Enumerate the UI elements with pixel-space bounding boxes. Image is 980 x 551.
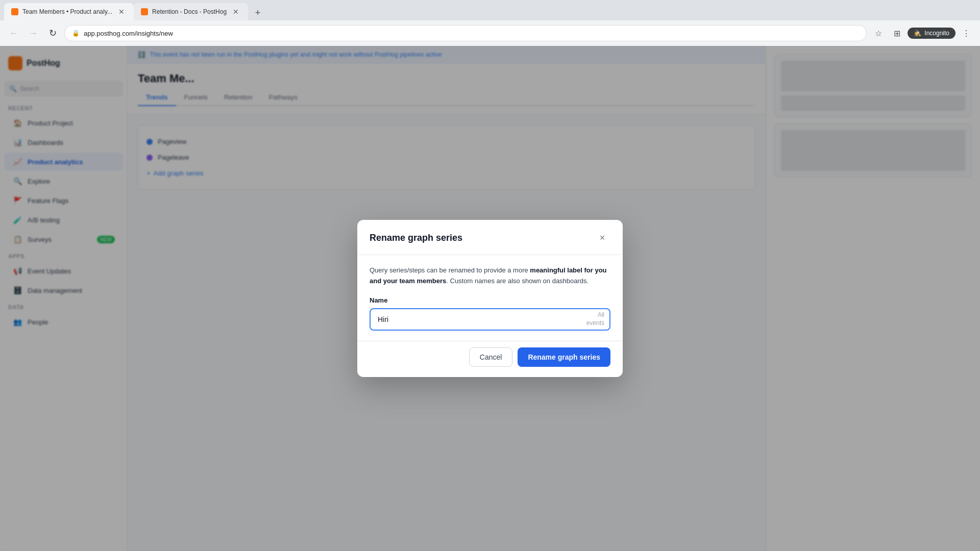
reload-button[interactable]: ↻ [45,26,60,41]
modal-close-button[interactable]: × [594,230,610,246]
forward-button[interactable]: → [26,26,41,41]
modal-name-input[interactable] [370,308,610,331]
address-bar[interactable]: 🔒 app.posthog.com/insights/new [64,25,867,41]
menu-button[interactable]: ⋮ [959,26,974,41]
tab-favicon-2 [141,8,148,15]
tab-close-1[interactable]: ✕ [116,7,127,17]
rename-confirm-button[interactable]: Rename graph series [518,347,610,367]
cancel-button[interactable]: Cancel [469,347,513,367]
modal-field-label: Name [370,296,610,304]
modal-body: Query series/steps can be renamed to pro… [357,255,623,341]
address-text: app.posthog.com/insights/new [84,30,173,37]
modal-title: Rename graph series [370,233,462,243]
extensions-button[interactable]: ⊞ [889,26,904,41]
modal-header: Rename graph series × [357,220,623,255]
browser-toolbar: ← → ↻ 🔒 app.posthog.com/insights/new ☆ ⊞… [0,20,980,46]
back-button[interactable]: ← [6,26,21,41]
browser-chrome: Team Members • Product analy... ✕ Retent… [0,0,980,46]
browser-tab-1[interactable]: Team Members • Product analy... ✕ [4,3,134,20]
tab-favicon-1 [11,8,18,15]
modal-description-prefix: Query series/steps can be renamed to pro… [370,266,530,274]
modal-overlay: Rename graph series × Query series/steps… [0,46,980,551]
lock-icon: 🔒 [72,30,80,37]
modal-input-wrapper: All events [370,308,610,331]
incognito-icon: 🕵 [914,30,921,37]
incognito-label: Incognito [924,30,949,37]
modal-description: Query series/steps can be renamed to pro… [370,265,610,287]
tab-title-2: Retention - Docs - PostHog [152,8,227,15]
browser-tab-2[interactable]: Retention - Docs - PostHog ✕ [134,3,248,20]
incognito-button[interactable]: 🕵 Incognito [908,28,955,39]
tab-close-2[interactable]: ✕ [231,7,241,17]
browser-tabs: Team Members • Product analy... ✕ Retent… [0,0,980,20]
browser-action-buttons: ☆ ⊞ 🕵 Incognito ⋮ [871,26,974,41]
modal-description-suffix: . Custom names are also shown on dashboa… [446,277,589,285]
app-layout: PostHog 🔍 Search RECENT 🏠 Product Projec… [0,46,980,551]
modal-dialog: Rename graph series × Query series/steps… [357,220,623,378]
modal-footer: Cancel Rename graph series [357,341,623,377]
bookmark-button[interactable]: ☆ [871,26,886,41]
new-tab-button[interactable]: + [250,5,265,20]
tab-title-1: Team Members • Product analy... [22,8,112,15]
